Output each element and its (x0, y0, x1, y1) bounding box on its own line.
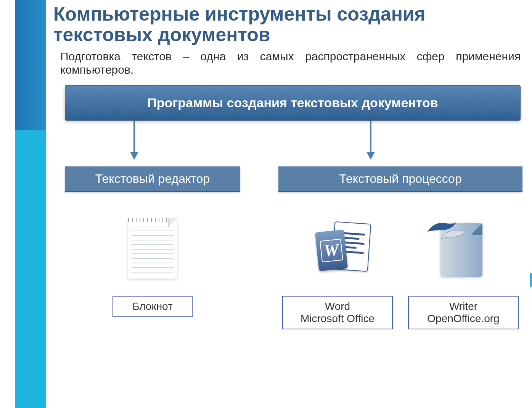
app-label-writer-line1: Writer (449, 300, 477, 312)
slide-content: Компьютерные инструменты создания тексто… (53, 0, 532, 408)
openoffice-icon (425, 218, 486, 279)
sidebar-accent-top (15, 0, 46, 130)
branch-text-processor: Текстовый процессор W Word Microsoft (278, 166, 522, 329)
app-label-writer-line2: OpenOffice.org (427, 313, 499, 324)
notepad-icon (128, 218, 177, 279)
arrow-right-icon (370, 121, 371, 159)
sidebar-accent-bottom (15, 130, 46, 408)
arrow-left-icon (133, 121, 135, 159)
app-label-word: Word Microsoft Office (282, 296, 393, 329)
app-label-writer: Writer OpenOffice.org (408, 296, 519, 329)
app-label-notepad: Блокнот (113, 296, 193, 317)
branch-text-editor: Текстовый редактор Блокнот (65, 166, 240, 317)
branch-header-editor: Текстовый редактор (65, 166, 240, 192)
app-label-word-line1: Word (325, 300, 350, 312)
intro-paragraph: Подготовка текстов – одна из самых распр… (60, 50, 521, 77)
diagram-arrows (65, 121, 521, 166)
word-icon: W (315, 218, 372, 279)
diagram-root-box: Программы создания текстовых документов (65, 85, 521, 121)
app-label-word-line2: Microsoft Office (301, 313, 374, 324)
branch-header-processor: Текстовый процессор (278, 166, 522, 192)
slide-title: Компьютерные инструменты создания тексто… (53, 4, 524, 45)
